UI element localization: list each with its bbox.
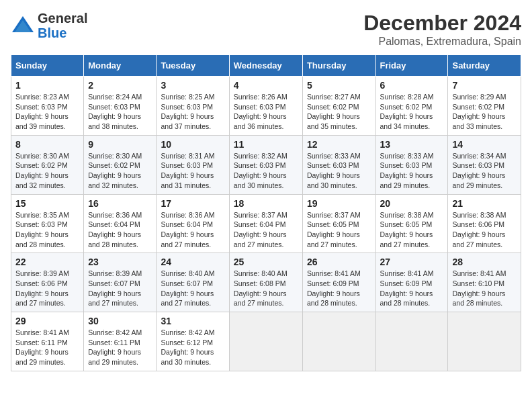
day-info: Sunrise: 8:38 AM Sunset: 6:06 PM Dayligh… <box>452 210 517 250</box>
calendar-cell: 10Sunrise: 8:31 AM Sunset: 6:03 PM Dayli… <box>157 135 229 194</box>
day-info: Sunrise: 8:25 AM Sunset: 6:03 PM Dayligh… <box>161 92 224 132</box>
day-info: Sunrise: 8:41 AM Sunset: 6:11 PM Dayligh… <box>15 328 79 367</box>
day-info: Sunrise: 8:30 AM Sunset: 6:02 PM Dayligh… <box>15 151 79 191</box>
calendar-cell: 25Sunrise: 8:40 AM Sunset: 6:08 PM Dayli… <box>229 253 302 312</box>
calendar-cell: 19Sunrise: 8:37 AM Sunset: 6:05 PM Dayli… <box>302 194 375 253</box>
day-number: 4 <box>234 80 298 91</box>
day-info: Sunrise: 8:41 AM Sunset: 6:09 PM Dayligh… <box>380 269 444 308</box>
calendar-header-row: SundayMondayTuesdayWednesdayThursdayFrid… <box>11 55 521 77</box>
day-number: 29 <box>15 316 79 326</box>
day-info: Sunrise: 8:24 AM Sunset: 6:03 PM Dayligh… <box>88 92 152 132</box>
day-of-week-thursday: Thursday <box>302 55 375 77</box>
calendar-cell: 15Sunrise: 8:35 AM Sunset: 6:03 PM Dayli… <box>11 194 84 253</box>
day-info: Sunrise: 8:35 AM Sunset: 6:03 PM Dayligh… <box>15 210 79 250</box>
calendar-cell: 11Sunrise: 8:32 AM Sunset: 6:03 PM Dayli… <box>229 135 302 194</box>
day-info: Sunrise: 8:38 AM Sunset: 6:05 PM Dayligh… <box>380 210 444 250</box>
day-number: 31 <box>161 316 224 326</box>
logo-icon <box>11 13 35 38</box>
calendar-cell <box>229 312 302 371</box>
calendar-cell: 5Sunrise: 8:27 AM Sunset: 6:02 PM Daylig… <box>302 77 375 136</box>
main-title: December 2024 <box>363 11 521 36</box>
day-info: Sunrise: 8:42 AM Sunset: 6:11 PM Dayligh… <box>88 328 152 367</box>
day-info: Sunrise: 8:39 AM Sunset: 6:07 PM Dayligh… <box>88 269 152 308</box>
day-of-week-saturday: Saturday <box>448 55 521 77</box>
calendar-cell <box>448 312 521 371</box>
day-number: 16 <box>88 198 152 209</box>
day-number: 30 <box>88 316 152 326</box>
calendar-cell: 17Sunrise: 8:36 AM Sunset: 6:04 PM Dayli… <box>157 194 229 253</box>
day-of-week-friday: Friday <box>375 55 448 77</box>
day-number: 5 <box>307 80 371 91</box>
calendar-cell: 13Sunrise: 8:33 AM Sunset: 6:03 PM Dayli… <box>375 135 448 194</box>
subtitle: Palomas, Extremadura, Spain <box>363 36 521 48</box>
calendar-week-row: 8Sunrise: 8:30 AM Sunset: 6:02 PM Daylig… <box>11 135 521 194</box>
calendar-cell: 22Sunrise: 8:39 AM Sunset: 6:06 PM Dayli… <box>11 253 84 312</box>
day-info: Sunrise: 8:42 AM Sunset: 6:12 PM Dayligh… <box>161 328 224 367</box>
calendar-cell: 23Sunrise: 8:39 AM Sunset: 6:07 PM Dayli… <box>84 253 157 312</box>
day-number: 17 <box>161 198 224 209</box>
day-number: 15 <box>15 198 79 209</box>
day-number: 22 <box>15 257 79 267</box>
day-number: 14 <box>452 139 517 150</box>
day-info: Sunrise: 8:28 AM Sunset: 6:02 PM Dayligh… <box>380 92 444 132</box>
day-info: Sunrise: 8:36 AM Sunset: 6:04 PM Dayligh… <box>161 210 224 250</box>
day-info: Sunrise: 8:34 AM Sunset: 6:03 PM Dayligh… <box>452 151 517 191</box>
day-number: 27 <box>380 257 444 267</box>
day-number: 23 <box>88 257 152 267</box>
day-of-week-monday: Monday <box>84 55 157 77</box>
day-of-week-sunday: Sunday <box>11 55 84 77</box>
day-number: 19 <box>307 198 371 209</box>
calendar-cell: 6Sunrise: 8:28 AM Sunset: 6:02 PM Daylig… <box>375 77 448 136</box>
day-info: Sunrise: 8:41 AM Sunset: 6:10 PM Dayligh… <box>452 269 517 308</box>
day-number: 28 <box>452 257 517 267</box>
day-info: Sunrise: 8:27 AM Sunset: 6:02 PM Dayligh… <box>307 92 371 132</box>
calendar-week-row: 22Sunrise: 8:39 AM Sunset: 6:06 PM Dayli… <box>11 253 521 312</box>
day-number: 12 <box>307 139 371 150</box>
day-info: Sunrise: 8:33 AM Sunset: 6:03 PM Dayligh… <box>307 151 371 191</box>
day-number: 6 <box>380 80 444 91</box>
calendar-cell: 9Sunrise: 8:30 AM Sunset: 6:02 PM Daylig… <box>84 135 157 194</box>
day-number: 10 <box>161 139 224 150</box>
logo-general: General <box>38 11 87 26</box>
day-info: Sunrise: 8:23 AM Sunset: 6:03 PM Dayligh… <box>15 92 79 132</box>
day-info: Sunrise: 8:26 AM Sunset: 6:03 PM Dayligh… <box>234 92 298 132</box>
calendar-cell: 27Sunrise: 8:41 AM Sunset: 6:09 PM Dayli… <box>375 253 448 312</box>
calendar-cell: 12Sunrise: 8:33 AM Sunset: 6:03 PM Dayli… <box>302 135 375 194</box>
calendar-cell: 4Sunrise: 8:26 AM Sunset: 6:03 PM Daylig… <box>229 77 302 136</box>
calendar-cell: 24Sunrise: 8:40 AM Sunset: 6:07 PM Dayli… <box>157 253 229 312</box>
calendar-cell: 30Sunrise: 8:42 AM Sunset: 6:11 PM Dayli… <box>84 312 157 371</box>
day-number: 26 <box>307 257 371 267</box>
day-info: Sunrise: 8:40 AM Sunset: 6:07 PM Dayligh… <box>161 269 224 308</box>
day-number: 8 <box>15 139 79 150</box>
day-of-week-tuesday: Tuesday <box>157 55 229 77</box>
day-info: Sunrise: 8:32 AM Sunset: 6:03 PM Dayligh… <box>234 151 298 191</box>
day-number: 3 <box>161 80 224 91</box>
calendar-cell: 14Sunrise: 8:34 AM Sunset: 6:03 PM Dayli… <box>448 135 521 194</box>
calendar-cell: 18Sunrise: 8:37 AM Sunset: 6:04 PM Dayli… <box>229 194 302 253</box>
calendar-cell: 7Sunrise: 8:29 AM Sunset: 6:02 PM Daylig… <box>448 77 521 136</box>
calendar-cell: 28Sunrise: 8:41 AM Sunset: 6:10 PM Dayli… <box>448 253 521 312</box>
day-info: Sunrise: 8:41 AM Sunset: 6:09 PM Dayligh… <box>307 269 371 308</box>
calendar-cell: 29Sunrise: 8:41 AM Sunset: 6:11 PM Dayli… <box>11 312 84 371</box>
day-number: 24 <box>161 257 224 267</box>
calendar-cell <box>375 312 448 371</box>
day-info: Sunrise: 8:37 AM Sunset: 6:04 PM Dayligh… <box>234 210 298 250</box>
day-number: 25 <box>234 257 298 267</box>
day-info: Sunrise: 8:40 AM Sunset: 6:08 PM Dayligh… <box>234 269 298 308</box>
day-number: 13 <box>380 139 444 150</box>
day-info: Sunrise: 8:36 AM Sunset: 6:04 PM Dayligh… <box>88 210 152 250</box>
calendar-cell: 1Sunrise: 8:23 AM Sunset: 6:03 PM Daylig… <box>11 77 84 136</box>
calendar-week-row: 29Sunrise: 8:41 AM Sunset: 6:11 PM Dayli… <box>11 312 521 371</box>
day-info: Sunrise: 8:39 AM Sunset: 6:06 PM Dayligh… <box>15 269 79 308</box>
day-info: Sunrise: 8:30 AM Sunset: 6:02 PM Dayligh… <box>88 151 152 191</box>
calendar-cell: 3Sunrise: 8:25 AM Sunset: 6:03 PM Daylig… <box>157 77 229 136</box>
day-info: Sunrise: 8:29 AM Sunset: 6:02 PM Dayligh… <box>452 92 517 132</box>
day-of-week-wednesday: Wednesday <box>229 55 302 77</box>
calendar-cell: 21Sunrise: 8:38 AM Sunset: 6:06 PM Dayli… <box>448 194 521 253</box>
calendar-cell: 2Sunrise: 8:24 AM Sunset: 6:03 PM Daylig… <box>84 77 157 136</box>
day-number: 18 <box>234 198 298 209</box>
logo-blue: Blue <box>38 26 87 40</box>
calendar-cell <box>302 312 375 371</box>
day-number: 11 <box>234 139 298 150</box>
day-number: 9 <box>88 139 152 150</box>
